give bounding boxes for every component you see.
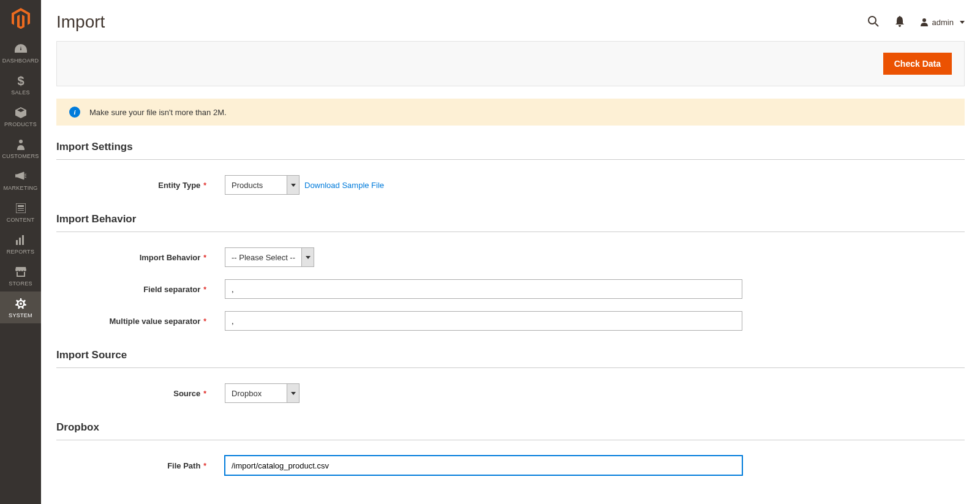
entity-type-select[interactable]: Products bbox=[225, 175, 300, 195]
sidebar-item-label: Products bbox=[4, 121, 37, 127]
action-bar: Check Data bbox=[56, 41, 965, 86]
sidebar-item-content[interactable]: Content bbox=[0, 196, 41, 228]
field-label: Multiple value separator* bbox=[56, 317, 225, 326]
gear-icon bbox=[15, 298, 27, 310]
section-import-source: Import Source Source* Dropbox bbox=[56, 349, 965, 403]
content-icon bbox=[15, 202, 27, 214]
bell-icon[interactable] bbox=[895, 16, 905, 29]
field-import-behavior: Import Behavior* -- Please Select -- bbox=[56, 247, 965, 267]
page-header: Import admin bbox=[41, 0, 980, 41]
section-import-behavior: Import Behavior Import Behavior* -- Plea… bbox=[56, 213, 965, 331]
svg-rect-3 bbox=[18, 205, 24, 207]
required-mark: * bbox=[203, 254, 206, 262]
svg-point-1 bbox=[19, 140, 23, 143]
sidebar-item-label: System bbox=[9, 312, 32, 318]
field-source: Source* Dropbox bbox=[56, 383, 965, 403]
sidebar-item-label: Dashboard bbox=[2, 58, 39, 64]
required-mark: * bbox=[203, 181, 206, 190]
required-mark: * bbox=[203, 389, 206, 398]
user-label: admin bbox=[932, 18, 954, 27]
section-title: Import Settings bbox=[56, 141, 965, 160]
required-mark: * bbox=[203, 285, 206, 294]
field-label: File Path* bbox=[56, 461, 225, 470]
megaphone-icon bbox=[15, 170, 27, 182]
sidebar-item-stores[interactable]: Stores bbox=[0, 260, 41, 291]
field-label: Source* bbox=[56, 389, 225, 398]
svg-rect-5 bbox=[18, 210, 24, 211]
required-mark: * bbox=[203, 317, 206, 326]
sidebar-item-system[interactable]: System bbox=[0, 291, 41, 323]
svg-point-9 bbox=[869, 17, 876, 24]
select-value: -- Please Select -- bbox=[225, 248, 301, 266]
check-data-button[interactable]: Check Data bbox=[883, 53, 952, 75]
person-icon bbox=[15, 138, 27, 151]
multiple-value-separator-input[interactable] bbox=[225, 311, 742, 331]
sidebar-item-reports[interactable]: Reports bbox=[0, 228, 41, 260]
dollar-icon: $ bbox=[15, 75, 27, 87]
field-label: Entity Type* bbox=[56, 181, 225, 190]
svg-line-10 bbox=[875, 23, 878, 26]
svg-point-11 bbox=[922, 18, 926, 22]
file-path-input[interactable] bbox=[225, 456, 742, 475]
magento-logo[interactable] bbox=[0, 0, 41, 37]
download-sample-link[interactable]: Download Sample File bbox=[304, 181, 384, 190]
field-multiple-value-separator: Multiple value separator* bbox=[56, 311, 965, 331]
sidebar-item-label: Content bbox=[7, 217, 35, 223]
store-icon bbox=[15, 266, 27, 278]
section-import-settings: Import Settings Entity Type* Products Do… bbox=[56, 141, 965, 195]
field-field-separator: Field separator* bbox=[56, 279, 965, 299]
chevron-down-icon bbox=[301, 248, 314, 266]
page-title: Import bbox=[56, 12, 105, 32]
chevron-down-icon bbox=[960, 21, 965, 24]
dashboard-icon bbox=[15, 43, 27, 55]
svg-text:$: $ bbox=[17, 75, 24, 87]
field-separator-input[interactable] bbox=[225, 279, 742, 299]
svg-rect-7 bbox=[19, 238, 21, 245]
box-icon bbox=[15, 107, 27, 119]
sidebar-item-label: Sales bbox=[11, 89, 30, 96]
field-file-path: File Path* bbox=[56, 456, 965, 475]
chevron-down-icon bbox=[287, 176, 299, 194]
search-icon[interactable] bbox=[867, 15, 880, 29]
info-icon: i bbox=[69, 107, 80, 118]
import-behavior-select[interactable]: -- Please Select -- bbox=[225, 247, 314, 267]
field-entity-type: Entity Type* Products Download Sample Fi… bbox=[56, 175, 965, 195]
section-title: Dropbox bbox=[56, 421, 965, 440]
main-content: Import admin Check Data i Make sure your… bbox=[41, 0, 980, 504]
svg-rect-6 bbox=[16, 240, 18, 245]
chevron-down-icon bbox=[287, 384, 299, 402]
sidebar-item-marketing[interactable]: Marketing bbox=[0, 164, 41, 196]
sidebar-item-label: Reports bbox=[7, 249, 34, 255]
field-label: Import Behavior* bbox=[56, 253, 225, 262]
message-text: Make sure your file isn't more than 2M. bbox=[89, 108, 227, 117]
section-dropbox: Dropbox File Path* bbox=[56, 421, 965, 475]
info-message: i Make sure your file isn't more than 2M… bbox=[56, 99, 965, 126]
sidebar-item-dashboard[interactable]: Dashboard bbox=[0, 37, 41, 69]
header-actions: admin bbox=[867, 15, 965, 29]
sidebar-item-label: Stores bbox=[9, 280, 32, 287]
select-value: Products bbox=[225, 176, 287, 194]
sidebar-item-label: Marketing bbox=[3, 185, 37, 191]
select-value: Dropbox bbox=[225, 384, 287, 402]
sidebar-item-products[interactable]: Products bbox=[0, 100, 41, 132]
sidebar-item-sales[interactable]: $ Sales bbox=[0, 69, 41, 100]
user-menu[interactable]: admin bbox=[920, 18, 965, 27]
field-label: Field separator* bbox=[56, 285, 225, 294]
required-mark: * bbox=[203, 462, 206, 470]
svg-rect-8 bbox=[22, 235, 24, 245]
svg-rect-4 bbox=[18, 208, 24, 209]
section-title: Import Behavior bbox=[56, 213, 965, 232]
form-content: Import Settings Entity Type* Products Do… bbox=[41, 126, 980, 504]
chart-icon bbox=[15, 234, 27, 246]
section-title: Import Source bbox=[56, 349, 965, 368]
sidebar-item-customers[interactable]: Customers bbox=[0, 132, 41, 164]
sidebar: Dashboard $ Sales Products Customers Mar… bbox=[0, 0, 41, 504]
sidebar-item-label: Customers bbox=[2, 153, 39, 159]
source-select[interactable]: Dropbox bbox=[225, 383, 300, 403]
